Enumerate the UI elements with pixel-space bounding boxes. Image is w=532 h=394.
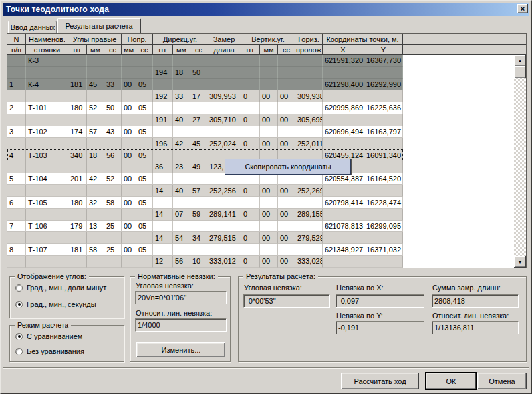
normative-linear-field[interactable]: 1/4000 [135, 318, 227, 332]
ok-button[interactable]: ОК [426, 373, 476, 389]
table-cell [260, 67, 278, 79]
table-cell [190, 126, 207, 138]
tab-calc-results[interactable]: Результаты расчета [57, 18, 141, 33]
radio-deg-min-fraction[interactable]: Град., мин., доли минут [15, 284, 106, 292]
table-row[interactable]: 125610333,01200000333,028 [7, 256, 403, 268]
table-cell: 252,256 [207, 185, 241, 197]
window-title: Точки теодолитного хода [6, 5, 109, 14]
col-subheader: сс [104, 45, 122, 55]
table-cell: 333,012 [207, 256, 241, 268]
table-cell [87, 138, 104, 149]
table-cell [104, 185, 122, 197]
table-row[interactable]: 1К-418145330005621298,40016292,990 [7, 79, 403, 91]
col-subheader: п/п [7, 45, 26, 55]
calculate-traverse-button[interactable]: Рассчитать ход [341, 373, 419, 389]
table-cell [7, 138, 26, 149]
col-subheader: ггг [153, 45, 173, 55]
table-cell: 00 [122, 197, 136, 209]
table-cell: 192 [153, 90, 173, 102]
radio-without-adjustment[interactable]: Без уравнивания [15, 347, 84, 355]
radio-deg-min-sec[interactable]: Град., мин., секунды [15, 300, 96, 308]
table-row[interactable]: 1964245252,02400000252,011 [7, 138, 403, 149]
scroll-down-button[interactable]: ▼ [514, 256, 526, 268]
table-cell: 0 [241, 232, 260, 244]
col-header-direction: Дирекц.уг. [153, 34, 207, 45]
table-row[interactable]: 140759289,14100000289,155 [7, 209, 403, 221]
table-cell: 621348,927 [323, 244, 364, 256]
radio-icon [15, 301, 23, 308]
table-row[interactable]: 5Т-10420142520005620554,38716164,520 [7, 173, 403, 185]
table-row[interactable]: 7Т-10617913250005621078,81316299,095 [7, 221, 403, 233]
scrollbar-thumb[interactable] [514, 66, 526, 78]
table-cell: 00 [260, 138, 278, 149]
context-menu: Скопировать координаты [225, 159, 351, 175]
table-row[interactable]: 1914027305,71000000305,695 [7, 114, 403, 126]
col-header-angles: Углы правые [68, 34, 122, 45]
cancel-button[interactable]: Отмена [477, 373, 527, 389]
col-subheader: мм [122, 45, 136, 55]
table-cell: 00 [278, 232, 295, 244]
table-cell [173, 244, 190, 256]
table-row[interactable]: 3Т-10217457430005620696,49416163,797 [7, 126, 403, 138]
table-cell: 620696,494 [323, 126, 364, 138]
normative-angular-field[interactable]: 20Vn=0*01'06'' [135, 291, 227, 304]
change-button[interactable]: Изменить... [136, 342, 225, 357]
table-cell [260, 55, 278, 67]
col-subheader: сс [278, 45, 295, 55]
table-cell [122, 138, 136, 149]
tab-strip: Ввод данных Результаты расчета [7, 18, 525, 33]
table-cell [241, 67, 260, 79]
table-row[interactable]: 6Т-10518032580005620798,41416228,474 [7, 197, 403, 209]
result-rel-field[interactable]: 1/13136,811 [432, 321, 519, 334]
table-row[interactable]: 144057252,25600000252,269 [7, 185, 403, 197]
table-cell [260, 197, 278, 209]
table-cell [364, 114, 403, 126]
radio-label: Без уравнивания [27, 347, 84, 355]
table-cell: 00 [260, 185, 278, 197]
result-angular-field[interactable]: -0*00'53" [243, 294, 330, 308]
result-dx-field[interactable]: -0,097 [336, 294, 424, 308]
scroll-up-button[interactable]: ▲ [514, 55, 526, 66]
result-dy-field[interactable]: -0,191 [336, 321, 424, 334]
table-row[interactable]: 1923317309,95300000309,938 [7, 90, 403, 102]
vertical-scrollbar[interactable]: ▲ ▼ [514, 55, 526, 268]
radio-label: С уравниванием [27, 332, 82, 340]
table-cell: 289,155 [295, 209, 323, 221]
close-button[interactable]: × [517, 4, 528, 13]
radio-with-adjustment[interactable]: С уравниванием [15, 332, 82, 340]
table-row[interactable]: 1941850 [7, 67, 403, 79]
table-cell: 174 [68, 126, 87, 138]
table-cell: 0 [241, 114, 260, 126]
table-cell [323, 90, 364, 102]
col-subheader: длина [207, 45, 241, 55]
table-cell [241, 79, 260, 91]
tab-data-input[interactable]: Ввод данных [8, 21, 57, 33]
table-cell [68, 138, 87, 149]
results-table: N Наименов. Углы правые Попр. Дирекц.уг.… [7, 33, 527, 268]
table-cell: 180 [68, 102, 87, 114]
table-cell [173, 102, 190, 114]
table-row[interactable]: К-3621591,32016367,730 [7, 55, 403, 67]
table-cell [323, 67, 364, 79]
table-row[interactable]: 2Т-10118052500005620995,86916225,636 [7, 102, 403, 114]
result-sum-field[interactable]: 2808,418 [432, 294, 519, 308]
table-cell [323, 185, 364, 197]
table-cell: Т-102 [26, 126, 68, 138]
table-cell [207, 244, 241, 256]
table-cell: 0 [241, 90, 260, 102]
col-header-coords: Координаты точки, м. [323, 34, 403, 45]
menu-item-copy-coordinates[interactable]: Скопировать координаты [245, 163, 331, 171]
field-value: 2808,418 [434, 297, 465, 305]
table-cell: 34 [190, 232, 207, 244]
table-cell [323, 232, 364, 244]
table-cell [68, 55, 87, 67]
table-cell [173, 173, 190, 185]
table-row[interactable]: 8Т-10718158250005621348,92716371,032 [7, 244, 403, 256]
table-cell [364, 256, 403, 268]
table-cell [122, 161, 136, 173]
field-value: 20Vn=0*01'06'' [138, 294, 186, 302]
radio-icon [15, 284, 23, 292]
table-cell: 05 [136, 221, 153, 233]
table-cell [190, 149, 207, 161]
table-row[interactable]: 145434279,51500000279,529 [7, 232, 403, 244]
